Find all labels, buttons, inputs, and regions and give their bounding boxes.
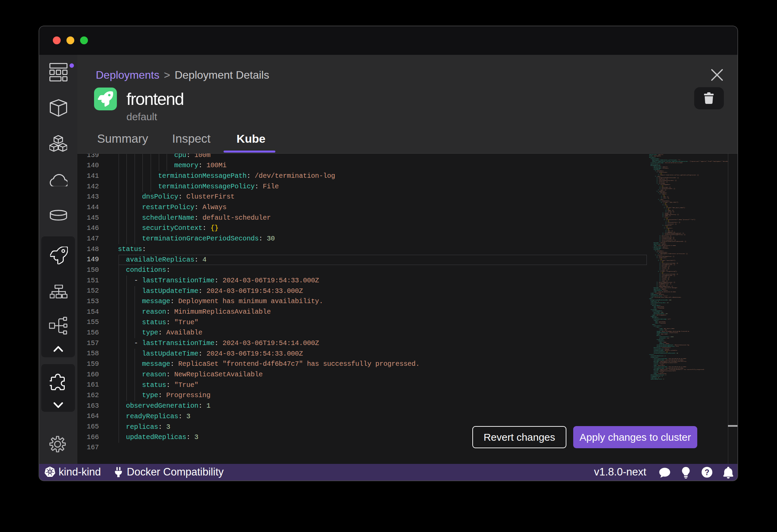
svg-text:?: ? (704, 468, 709, 477)
